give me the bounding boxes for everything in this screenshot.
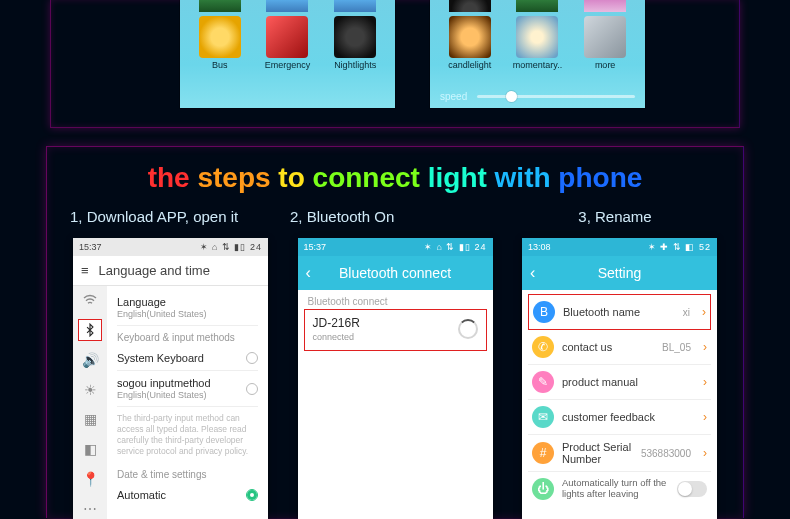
- status-icons: ✶ ⌂ ⇅ ▮▯ 24: [424, 242, 486, 252]
- bt-device-row[interactable]: JD-216R connected: [304, 309, 487, 351]
- auto-off-toggle[interactable]: [677, 481, 707, 497]
- step-1-label: 1, Download APP, open it: [70, 208, 280, 225]
- feedback-icon: ✉: [532, 406, 554, 428]
- row-auto-off[interactable]: ⏻ Automatically turn off the lights afte…: [528, 472, 711, 506]
- speed-label: speed: [440, 91, 467, 102]
- speed-slider-row: speed: [440, 91, 635, 102]
- scene-bus[interactable]: Bus: [190, 16, 250, 70]
- scene-thumb-stub: [199, 0, 241, 12]
- power-icon: ⏻: [532, 478, 554, 500]
- scene-label: Nightlights: [325, 60, 385, 70]
- scene-momentary[interactable]: momentary..: [507, 16, 567, 70]
- chevron-right-icon: ›: [702, 305, 706, 319]
- phones-row: 15:37 ✶ ⌂ ⇅ ▮▯ 24 ≡ Language and time 🔊 …: [73, 238, 717, 519]
- row-language[interactable]: Language English(United States): [117, 290, 258, 326]
- row-automatic[interactable]: Automatic: [117, 483, 258, 507]
- row-sogou[interactable]: sogou inputmethod English(United States): [117, 371, 258, 407]
- row-label: Product Serial Number: [562, 441, 633, 465]
- instructions-heading: the steps to connect light with phone: [0, 162, 790, 194]
- spinner-icon: [458, 319, 478, 339]
- row-value: BL_05: [662, 342, 691, 353]
- wifi-icon[interactable]: [79, 290, 101, 310]
- app-pane-scenes-right: candlelight momentary.. more speed: [430, 0, 645, 108]
- scene-nightlights[interactable]: Nightlights: [325, 16, 385, 70]
- settings-content: Language English(United States) Keyboard…: [107, 286, 268, 519]
- statusbar: 15:37 ✶ ⌂ ⇅ ▮▯ 24: [298, 238, 493, 256]
- row-contact-us[interactable]: ✆ contact us BL_05 ›: [528, 330, 711, 365]
- status-icons: ✶ ⌂ ⇅ ▮▯ 24: [200, 242, 262, 252]
- settings-sidebar: 🔊 ☀ ▦ ◧ 📍 ⋯: [73, 286, 107, 519]
- chevron-right-icon: ›: [703, 375, 707, 389]
- setting-body: B Bluetooth name xi › ✆ contact us BL_05…: [522, 290, 717, 519]
- row-label: Automatically turn off the lights after …: [562, 478, 669, 500]
- row-feedback[interactable]: ✉ customer feedback ›: [528, 400, 711, 435]
- back-icon[interactable]: ‹: [306, 264, 311, 282]
- bluetooth-icon[interactable]: [79, 320, 101, 340]
- row-product-manual[interactable]: ✎ product manual ›: [528, 365, 711, 400]
- row-label: product manual: [562, 376, 695, 388]
- row-title: sogou inputmethod: [117, 377, 211, 389]
- phone-setting: 13:08 ✶ ✚ ⇅ ◧ 52 ‹ Setting B Bluetooth n…: [522, 238, 717, 519]
- back-icon[interactable]: ‹: [530, 264, 535, 282]
- scene-label: more: [575, 60, 635, 70]
- scene-thumb-stub: [584, 0, 626, 12]
- row-label: customer feedback: [562, 411, 695, 423]
- more-icon: [584, 16, 626, 58]
- device-name: JD-216R: [313, 316, 360, 330]
- speed-slider[interactable]: [477, 95, 635, 98]
- app-pane-scenes-left: Bus Emergency Nightlights: [180, 0, 395, 108]
- phone-settings: 15:37 ✶ ⌂ ⇅ ▮▯ 24 ≡ Language and time 🔊 …: [73, 238, 268, 519]
- scene-thumb-stub: [334, 0, 376, 12]
- menu-icon[interactable]: ≡: [81, 263, 89, 278]
- bt-section-label: Bluetooth connect: [298, 290, 493, 309]
- step-2-label: 2, Bluetooth On: [290, 208, 500, 225]
- scene-thumb-stub: [516, 0, 558, 12]
- step-3-label: 3, Rename: [510, 208, 720, 225]
- status-icons: ✶ ✚ ⇅ ◧ 52: [648, 242, 711, 252]
- scene-more[interactable]: more: [575, 16, 635, 70]
- storage-icon[interactable]: ◧: [79, 439, 101, 459]
- scene-label: Emergency: [257, 60, 317, 70]
- nightlights-icon: [334, 16, 376, 58]
- cut-row: [180, 0, 395, 12]
- settings-title: Language and time: [99, 263, 210, 278]
- row-bluetooth-name[interactable]: B Bluetooth name xi ›: [528, 294, 711, 330]
- radio-off[interactable]: [246, 352, 258, 364]
- radio-off[interactable]: [246, 383, 258, 395]
- candlelight-icon: [449, 16, 491, 58]
- radio-on[interactable]: [246, 489, 258, 501]
- statusbar: 13:08 ✶ ✚ ⇅ ◧ 52: [522, 238, 717, 256]
- steps-row: 1, Download APP, open it 2, Bluetooth On…: [70, 208, 720, 225]
- row-system-keyboard[interactable]: System Keyboard: [117, 346, 258, 371]
- row-value: xi: [683, 307, 690, 318]
- status-time: 13:08: [528, 242, 551, 252]
- speed-slider-thumb[interactable]: [506, 91, 517, 102]
- section-datetime: Date & time settings: [117, 463, 258, 483]
- statusbar: 15:37 ✶ ⌂ ⇅ ▮▯ 24: [73, 238, 268, 256]
- row-serial[interactable]: # Product Serial Number 536883000 ›: [528, 435, 711, 472]
- status-time: 15:37: [304, 242, 327, 252]
- location-icon[interactable]: 📍: [79, 469, 101, 489]
- scene-candlelight[interactable]: candlelight: [440, 16, 500, 70]
- scene-label: candlelight: [440, 60, 500, 70]
- setting-title: Setting: [598, 265, 642, 281]
- row-subtitle: English(United States): [117, 309, 207, 319]
- scene-emergency[interactable]: Emergency: [257, 16, 317, 70]
- scene-thumb-stub: [266, 0, 308, 12]
- bt-body: Bluetooth connect JD-216R connected: [298, 290, 493, 519]
- chevron-right-icon: ›: [703, 410, 707, 424]
- sound-icon[interactable]: 🔊: [79, 350, 101, 370]
- brightness-icon[interactable]: ☀: [79, 380, 101, 400]
- more-icon[interactable]: ⋯: [79, 499, 101, 519]
- serial-icon: #: [532, 442, 554, 464]
- settings-header: ≡ Language and time: [73, 256, 268, 286]
- row-label: contact us: [562, 341, 654, 353]
- row-value: 536883000: [641, 448, 691, 459]
- emergency-icon: [266, 16, 308, 58]
- apps-icon[interactable]: ▦: [79, 410, 101, 430]
- bus-icon: [199, 16, 241, 58]
- row-title: Automatic: [117, 489, 166, 501]
- manual-icon: ✎: [532, 371, 554, 393]
- scene-row: Bus Emergency Nightlights: [180, 12, 395, 70]
- setting-header: ‹ Setting: [522, 256, 717, 290]
